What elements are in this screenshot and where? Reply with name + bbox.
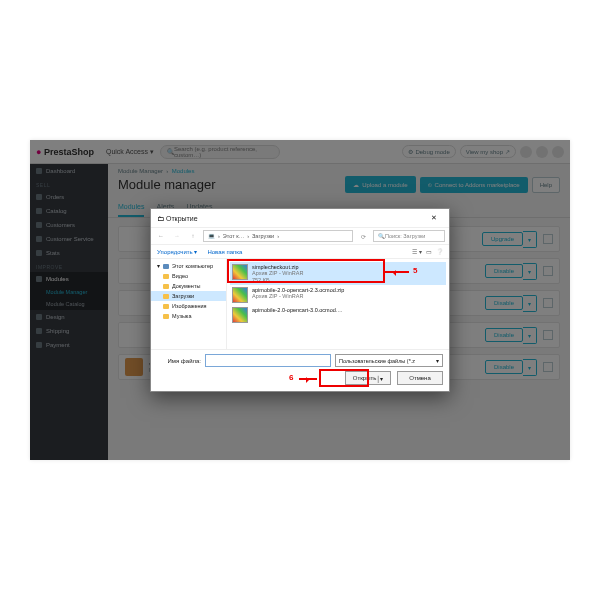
annotation-number-6: 6: [289, 373, 293, 382]
side-downloads[interactable]: Загрузки: [151, 291, 226, 301]
new-folder-button[interactable]: Новая папка: [207, 249, 242, 255]
file-list: simplecheckout.zip Архив ZIP - WinRAR 75…: [227, 259, 449, 349]
side-documents[interactable]: Документы: [151, 281, 226, 291]
dialog-close-button[interactable]: ✕: [425, 211, 443, 225]
preview-pane-icon[interactable]: ▭: [426, 248, 432, 255]
dialog-search[interactable]: 🔍 Поиск: Загрузки: [373, 230, 445, 242]
open-button[interactable]: Открыть │▾: [345, 371, 391, 385]
filetype-select[interactable]: Пользовательские файлы (*.z▾: [335, 354, 443, 367]
annotation-number-5: 5: [413, 266, 417, 275]
nav-back-button[interactable]: ←: [155, 230, 167, 242]
file-item[interactable]: apimobile-2.0-opencart-3.0.ocmod.…: [230, 305, 446, 325]
dialog-titlebar: 🗀 Открытие ✕: [151, 209, 449, 227]
filename-input[interactable]: [205, 354, 331, 367]
help-icon[interactable]: ❔: [436, 248, 443, 255]
pc-icon: 💻: [208, 233, 215, 239]
nav-forward-button[interactable]: →: [171, 230, 183, 242]
side-this-pc[interactable]: ▾Этот компьютер: [151, 261, 226, 271]
cancel-button[interactable]: Отмена: [397, 371, 443, 385]
archive-icon: [232, 307, 248, 323]
address-bar[interactable]: 💻 › Этот к… › Загрузки ›: [203, 230, 353, 242]
organize-menu[interactable]: Упорядочить ▾: [157, 248, 197, 255]
file-open-dialog: 🗀 Открытие ✕ ← → ↑ 💻 › Этот к… › Загрузк…: [150, 208, 450, 392]
archive-icon: [232, 264, 248, 280]
filename-label: Имя файла:: [157, 358, 201, 364]
admin-screenshot: ● PrestaShop Quick Access ▾ 🔍 Search (e.…: [30, 140, 570, 460]
nav-refresh-button[interactable]: ⟳: [357, 230, 369, 242]
side-music[interactable]: Музыка: [151, 311, 226, 321]
side-pictures[interactable]: Изображения: [151, 301, 226, 311]
view-options-icon[interactable]: ☰ ▾: [412, 248, 422, 255]
dialog-sidebar: ▾Этот компьютер Видео Документы Загрузки…: [151, 259, 227, 349]
archive-icon: [232, 287, 248, 303]
folder-icon: 🗀: [157, 215, 164, 222]
annotation-arrow-6: [299, 378, 317, 380]
annotation-arrow-5: [385, 271, 409, 273]
nav-up-button[interactable]: ↑: [187, 230, 199, 242]
file-item[interactable]: apimobile-2.0-opencart-2.3.ocmod.zip Арх…: [230, 285, 446, 305]
side-videos[interactable]: Видео: [151, 271, 226, 281]
